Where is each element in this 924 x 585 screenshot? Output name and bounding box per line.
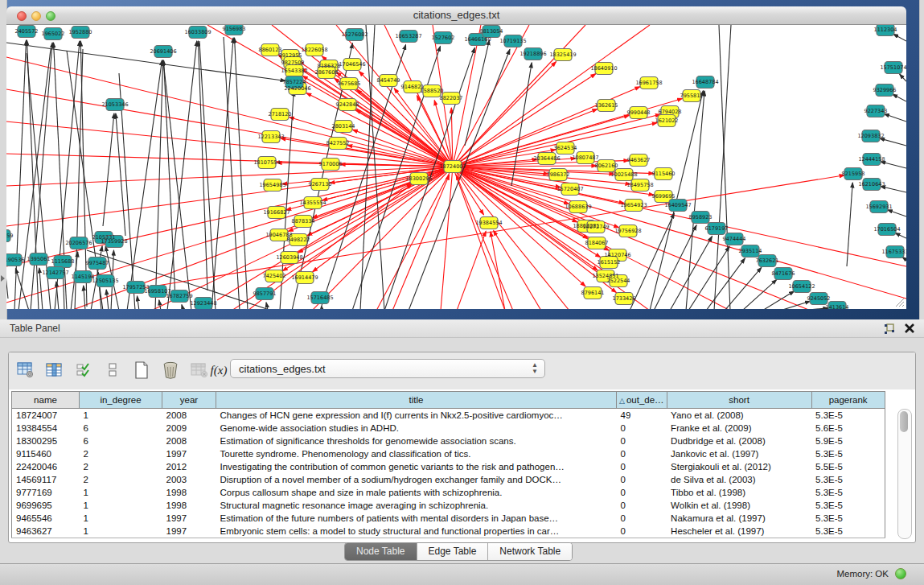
- table-cell[interactable]: 6: [80, 422, 162, 435]
- table-cell[interactable]: 9777169: [12, 486, 80, 499]
- table-cell[interactable]: Tourette syndrome. Phenomenology and cla…: [216, 447, 617, 460]
- table-cell[interactable]: Investigating the contribution of common…: [216, 460, 617, 473]
- float-window-icon[interactable]: [883, 323, 896, 336]
- table-cell[interactable]: 5.3E-5: [811, 473, 885, 486]
- table-cell[interactable]: 0: [617, 525, 667, 538]
- table-cell[interactable]: 2003: [162, 473, 216, 486]
- table-cell[interactable]: 9699695: [12, 499, 80, 512]
- table-cell[interactable]: 5.3E-5: [811, 512, 885, 525]
- table-cell[interactable]: 5.3E-5: [811, 486, 885, 499]
- panel-collapse-arrow-icon[interactable]: [1, 275, 5, 282]
- table-cell[interactable]: 5.9E-5: [811, 435, 885, 447]
- table-settings-icon[interactable]: [15, 359, 36, 381]
- show-column-icon[interactable]: [44, 359, 65, 381]
- table-cell[interactable]: 2009: [162, 422, 216, 435]
- table-cell[interactable]: 1997: [162, 525, 216, 538]
- table-row[interactable]: 969969511998Structural magnetic resonanc…: [12, 499, 885, 512]
- table-cell[interactable]: 0: [617, 447, 667, 460]
- table-cell[interactable]: 6: [80, 435, 162, 447]
- table-cell[interactable]: 19384554: [12, 422, 80, 435]
- memory-ok-indicator-icon[interactable]: [895, 568, 906, 579]
- table-cell[interactable]: 9463627: [12, 525, 80, 538]
- table-cell[interactable]: 0: [617, 473, 667, 486]
- table-cell[interactable]: de Silva et al. (2003): [667, 473, 811, 486]
- table-cell[interactable]: Estimation of the future numbers of pati…: [216, 512, 617, 525]
- table-cell[interactable]: 22420046: [12, 460, 80, 473]
- table-cell[interactable]: 1: [80, 525, 162, 538]
- table-row[interactable]: 1872400712008Changes of HCN gene express…: [12, 409, 885, 422]
- table-cell[interactable]: 1998: [162, 499, 216, 512]
- column-header-pagerank[interactable]: pagerank: [811, 392, 885, 409]
- table-cell[interactable]: 0: [617, 422, 667, 435]
- table-row[interactable]: 946362711997Embryonic stem cells: a mode…: [12, 525, 885, 538]
- table-cell[interactable]: 49: [617, 409, 667, 422]
- table-cell[interactable]: 14569117: [12, 473, 80, 486]
- table-cell[interactable]: 2: [80, 447, 162, 460]
- table-cell[interactable]: Franke et al. (2009): [667, 422, 811, 435]
- table-row[interactable]: 2242004622012Investigating the contribut…: [12, 460, 885, 473]
- table-cell[interactable]: 1: [80, 512, 162, 525]
- table-cell[interactable]: 0: [617, 486, 667, 499]
- table-cell[interactable]: 2008: [162, 409, 216, 422]
- table-cell[interactable]: Corpus callosum shape and size in male p…: [216, 486, 617, 499]
- network-canvas[interactable]: 1872400718300295193845541810755491700069…: [6, 25, 906, 309]
- select-rows-icon[interactable]: [73, 359, 94, 381]
- column-header-name[interactable]: name: [12, 392, 80, 409]
- column-header-out-degree[interactable]: △out_de…: [617, 392, 667, 409]
- table-cell[interactable]: 0: [617, 435, 667, 447]
- table-cell[interactable]: 1: [80, 409, 162, 422]
- table-cell[interactable]: 1997: [162, 447, 216, 460]
- table-cell[interactable]: 2: [80, 460, 162, 473]
- resize-grip-icon[interactable]: [893, 296, 905, 307]
- table-cell[interactable]: 2: [80, 473, 162, 486]
- table-cell[interactable]: Wolkin et al. (1998): [667, 499, 811, 512]
- column-header-short[interactable]: short: [667, 392, 811, 409]
- row-height-icon[interactable]: [102, 359, 123, 381]
- table-cell[interactable]: Estimation of significance thresholds fo…: [216, 435, 617, 447]
- function-builder-icon[interactable]: f(x): [208, 359, 229, 381]
- table-cell[interactable]: 0: [617, 512, 667, 525]
- table-cell[interactable]: 18300295: [12, 435, 80, 447]
- column-header-year[interactable]: year: [162, 392, 216, 409]
- column-header-title[interactable]: title: [216, 392, 617, 409]
- table-row[interactable]: 911546021997Tourette syndrome. Phenomeno…: [12, 447, 885, 460]
- table-cell[interactable]: Nakamura et al. (1997): [667, 512, 811, 525]
- table-row[interactable]: 1938455462009Genome-wide association stu…: [12, 422, 885, 435]
- table-cell[interactable]: Changes of HCN gene expression and I(f) …: [216, 409, 617, 422]
- column-header-in-degree[interactable]: in_degree: [80, 392, 162, 409]
- table-cell[interactable]: 18724007: [12, 409, 80, 422]
- table-row[interactable]: 1830029562008Estimation of significance …: [12, 435, 885, 447]
- table-row[interactable]: 977716911998Corpus callosum shape and si…: [12, 486, 885, 499]
- table-vertical-scrollbar[interactable]: [897, 409, 912, 539]
- network-window-titlebar[interactable]: citations_edges.txt: [6, 6, 906, 25]
- table-cell[interactable]: 1: [80, 499, 162, 512]
- new-table-icon[interactable]: [131, 359, 152, 381]
- table-cell[interactable]: 0: [617, 499, 667, 512]
- table-cell[interactable]: 5.6E-5: [811, 422, 885, 435]
- table-cell[interactable]: 5.5E-5: [811, 460, 885, 473]
- table-cell[interactable]: 2012: [162, 460, 216, 473]
- table-cell[interactable]: Dudbridge et al. (2008): [667, 435, 811, 447]
- citation-network-graph[interactable]: 1872400718300295193845541810755491700069…: [6, 25, 906, 309]
- table-cell[interactable]: 1998: [162, 486, 216, 499]
- table-cell[interactable]: Genome-wide association studies in ADHD.: [216, 422, 617, 435]
- table-cell[interactable]: Tibbo et al. (1998): [667, 486, 811, 499]
- table-cell[interactable]: 9115460: [12, 447, 80, 460]
- table-row[interactable]: 1456911722003Disruption of a novel membe…: [12, 473, 885, 486]
- table-cell[interactable]: 1: [80, 486, 162, 499]
- table-cell[interactable]: Stergiakouli et al. (2012): [667, 460, 811, 473]
- table-cell[interactable]: 5.3E-5: [811, 409, 885, 422]
- table-selector-dropdown[interactable]: citations_edges.txt ▲▼: [230, 359, 545, 378]
- table-cell[interactable]: Embryonic stem cells: a model to study s…: [216, 525, 617, 538]
- table-cell[interactable]: 1997: [162, 512, 216, 525]
- close-icon[interactable]: [904, 323, 915, 334]
- table-cell[interactable]: 2008: [162, 435, 216, 447]
- table-cell[interactable]: 0: [617, 460, 667, 473]
- table-cell[interactable]: 5.3E-5: [811, 447, 885, 460]
- scrollbar-thumb[interactable]: [900, 411, 908, 432]
- tab-network-table[interactable]: Network Table: [488, 543, 572, 560]
- delete-column-icon[interactable]: [160, 359, 181, 381]
- table-cell[interactable]: Structural magnetic resonance image aver…: [216, 499, 617, 512]
- table-cell[interactable]: Yano et al. (2008): [667, 409, 811, 422]
- table-cell[interactable]: Disruption of a novel member of a sodium…: [216, 473, 617, 486]
